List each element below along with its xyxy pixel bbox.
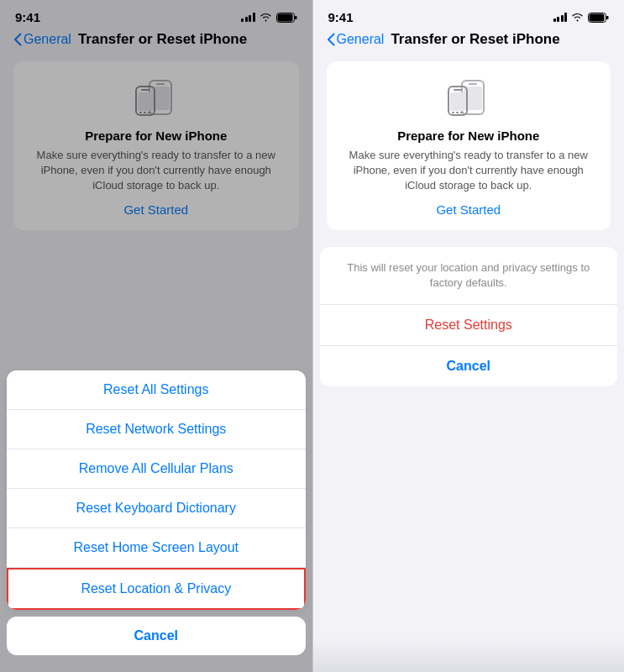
reset-network-settings-item[interactable]: Reset Network Settings bbox=[7, 410, 306, 449]
svg-rect-14 bbox=[590, 13, 605, 21]
cancel-button-left[interactable]: Cancel bbox=[7, 617, 306, 655]
prepare-title-right: Prepare for New iPhone bbox=[397, 129, 539, 143]
reset-keyboard-dictionary-item[interactable]: Reset Keyboard Dictionary bbox=[7, 489, 306, 528]
back-button-right[interactable]: General bbox=[327, 32, 385, 47]
cancel-button-right-dialog[interactable]: Cancel bbox=[320, 346, 618, 386]
reset-settings-button[interactable]: Reset Settings bbox=[320, 305, 618, 346]
status-time-right: 9:41 bbox=[328, 10, 354, 24]
signal-icon-right bbox=[553, 13, 568, 22]
get-started-right[interactable]: Get Started bbox=[436, 202, 501, 217]
prepare-desc-right: Make sure everything's ready to transfer… bbox=[340, 148, 598, 194]
overlay-content-left: Reset All Settings Reset Network Setting… bbox=[0, 0, 312, 672]
svg-rect-13 bbox=[606, 16, 609, 19]
svg-rect-22 bbox=[456, 112, 459, 113]
right-phone-panel: 9:41 bbox=[312, 0, 625, 672]
battery-icon-right bbox=[588, 13, 609, 23]
wifi-icon-right bbox=[571, 13, 584, 22]
reset-all-settings-item[interactable]: Reset All Settings bbox=[7, 370, 306, 410]
remove-cellular-plans-item[interactable]: Remove All Cellular Plans bbox=[7, 449, 306, 489]
svg-rect-20 bbox=[450, 92, 465, 111]
svg-rect-21 bbox=[452, 112, 454, 113]
prepare-card-right: Prepare for New iPhone Make sure everyth… bbox=[327, 61, 611, 230]
status-bar-right: 9:41 bbox=[313, 0, 625, 28]
left-phone-panel: 9:41 bbox=[0, 0, 312, 672]
reset-location-privacy-item[interactable]: Reset Location & Privacy bbox=[7, 568, 306, 610]
phone-icon-right bbox=[443, 78, 494, 120]
status-icons-right bbox=[553, 13, 610, 23]
page-title-right: Transfer or Reset iPhone bbox=[391, 31, 559, 48]
svg-rect-16 bbox=[469, 83, 477, 85]
svg-rect-23 bbox=[460, 112, 463, 113]
confirmation-dialog: This will reset your location and privac… bbox=[320, 247, 618, 386]
cancel-btn-container-left: Cancel bbox=[7, 617, 306, 655]
back-label-right: General bbox=[337, 32, 385, 47]
reset-home-screen-item[interactable]: Reset Home Screen Layout bbox=[7, 528, 306, 568]
bottom-gradient-right bbox=[313, 638, 625, 672]
nav-bar-right: General Transfer or Reset iPhone bbox=[313, 28, 625, 55]
svg-rect-19 bbox=[454, 89, 462, 91]
confirm-message: This will reset your location and privac… bbox=[320, 247, 618, 305]
reset-options-list: Reset All Settings Reset Network Setting… bbox=[7, 370, 306, 610]
